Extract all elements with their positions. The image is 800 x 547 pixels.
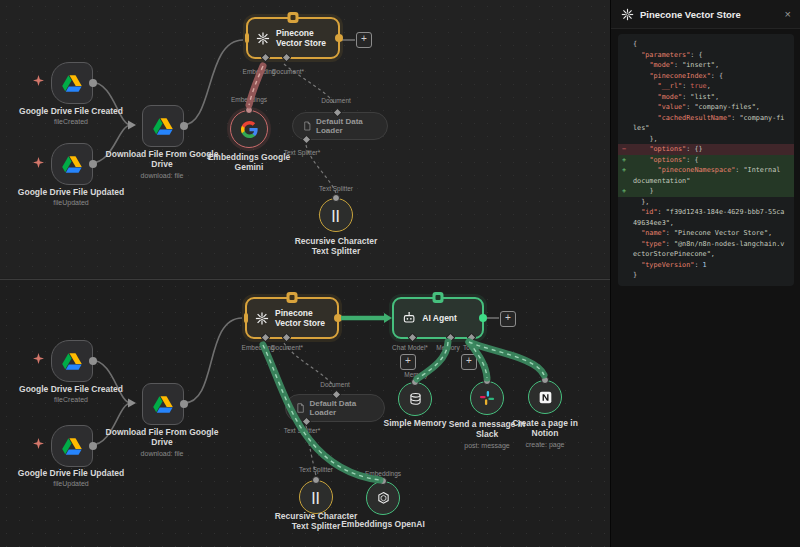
google-drive-icon: [61, 155, 83, 174]
code-block: { "parameters": { "mode": "insert", "pin…: [618, 34, 794, 286]
node-download-file-top[interactable]: [142, 105, 184, 147]
add-chat-model-button[interactable]: +: [400, 354, 416, 370]
node-label: Google Drive File Created fileCreated: [16, 384, 126, 405]
code-line: + "pineconeNamespace": "Internal documen…: [618, 165, 794, 186]
add-node-button[interactable]: +: [356, 32, 372, 48]
node-title: Default Data Loader: [316, 117, 377, 135]
top-connector[interactable]: [483, 377, 491, 385]
output-connector[interactable]: [89, 442, 97, 450]
node-recursive-text-splitter-top[interactable]: ||: [319, 198, 353, 232]
code-line: "mode": "insert",: [618, 60, 794, 71]
workflow-canvas[interactable]: Google Drive File Created fileCreated Go…: [0, 0, 610, 547]
notion-icon: [538, 390, 553, 405]
node-google-drive-file-updated-top[interactable]: [51, 143, 93, 185]
node-google-drive-file-created-top[interactable]: [51, 62, 93, 104]
google-g-icon: [241, 121, 258, 138]
pinecone-icon: [255, 311, 269, 326]
n8n-workflow-editor: Google Drive File Created fileCreated Go…: [0, 0, 800, 547]
node-pinecone-vector-store-top[interactable]: Pinecone Vector Store: [246, 17, 340, 59]
panel-header: Pinecone Vector Store ×: [611, 0, 800, 29]
code-line: "value": "company-files",: [618, 102, 794, 113]
node-google-drive-file-created-bottom[interactable]: [51, 340, 93, 382]
node-simple-memory[interactable]: [398, 382, 432, 416]
top-connector[interactable]: [411, 378, 419, 386]
trigger-bolt-icon: [33, 353, 44, 364]
node-details-panel: Pinecone Vector Store × { "parameters": …: [610, 0, 800, 547]
node-slack[interactable]: [470, 381, 504, 415]
node-label: Create a page in Notion create: page: [505, 418, 585, 449]
code-line: "typeVersion": 1: [618, 260, 794, 271]
node-default-data-loader-bottom[interactable]: Default Data Loader: [285, 394, 385, 422]
pinecone-icon: [256, 31, 270, 46]
connector-label: Memory: [394, 371, 438, 378]
output-connector[interactable]: [89, 79, 97, 87]
node-label: Google Drive File Created fileCreated: [16, 106, 126, 127]
close-icon[interactable]: ×: [785, 8, 791, 20]
node-recursive-text-splitter-bottom[interactable]: ||: [299, 480, 333, 514]
document-icon: [303, 120, 311, 132]
pinecone-icon: [621, 8, 634, 21]
split-bars-icon: ||: [312, 490, 321, 504]
document-icon: [296, 402, 305, 414]
google-drive-icon: [61, 352, 83, 371]
node-title: Pinecone Vector Store: [275, 308, 329, 328]
connector-label: Document*: [261, 344, 313, 351]
node-label: Download File From Google Drive download…: [102, 427, 222, 458]
node-label: Google Drive File Updated fileUpdated: [16, 187, 126, 208]
connector-label: Chat Model*: [384, 344, 436, 351]
node-title: AI Agent: [422, 313, 474, 323]
output-connector[interactable]: [89, 160, 97, 168]
code-line: "mode": "list",: [618, 92, 794, 103]
code-line: "id": "f39d1243-184e-4629-bbb7-55ca49634…: [618, 207, 794, 228]
input-connector[interactable]: [245, 33, 249, 43]
add-node-button[interactable]: +: [500, 311, 516, 327]
node-google-drive-file-updated-bottom[interactable]: [51, 425, 93, 467]
code-line: "cachedResultName": "company-files": [618, 113, 794, 134]
node-notion[interactable]: [528, 380, 562, 414]
split-bars-icon: ||: [332, 208, 341, 222]
output-connector[interactable]: [334, 314, 342, 322]
pin-badge: [287, 292, 298, 303]
node-pinecone-vector-store-bottom[interactable]: Pinecone Vector Store: [245, 297, 339, 339]
output-connector[interactable]: [180, 400, 188, 408]
code-line: }: [618, 270, 794, 281]
google-drive-icon: [152, 395, 174, 414]
top-connector[interactable]: [245, 106, 253, 114]
node-embeddings-openai[interactable]: [366, 481, 400, 515]
connector-label: Text Splitter*: [272, 427, 332, 434]
pin-badge: [288, 12, 299, 23]
code-line: },: [618, 197, 794, 208]
output-connector[interactable]: [89, 357, 97, 365]
top-connector[interactable]: [379, 477, 387, 485]
node-ai-agent[interactable]: AI Agent: [392, 297, 484, 339]
input-connector[interactable]: [244, 313, 248, 323]
connector-label: Embeddings: [353, 470, 413, 477]
connector-label: Document: [306, 97, 366, 104]
output-connector[interactable]: [479, 314, 487, 322]
connector-label: Text Splitter: [286, 466, 346, 473]
top-connector[interactable]: [541, 376, 549, 384]
output-connector[interactable]: [335, 34, 343, 42]
pin-badge: [433, 292, 444, 303]
output-connector[interactable]: [180, 122, 188, 130]
add-tool-button[interactable]: +: [461, 354, 477, 370]
trigger-bolt-icon: [33, 157, 44, 168]
google-drive-icon: [152, 117, 174, 136]
trigger-bolt-icon: [33, 438, 44, 449]
node-title: Default Data Loader: [310, 399, 374, 417]
top-connector[interactable]: [332, 194, 340, 202]
connector-label: Text Splitter: [306, 185, 366, 192]
top-connector[interactable]: [312, 476, 320, 484]
node-default-data-loader-top[interactable]: Default Data Loader: [292, 112, 388, 140]
node-download-file-bottom[interactable]: [142, 383, 184, 425]
slack-icon: [479, 390, 495, 406]
code-line: },: [618, 134, 794, 145]
trigger-bolt-icon: [33, 75, 44, 86]
robot-icon: [402, 310, 416, 326]
node-embeddings-google-gemini[interactable]: [230, 110, 268, 148]
node-label: Recursive Character Text Splitter: [288, 236, 384, 257]
code-line: "type": "@n8n/n8n-nodes-langchain.vector…: [618, 239, 794, 260]
code-line: + "options": {: [618, 155, 794, 166]
google-drive-icon: [61, 437, 83, 456]
connector-label: Tool: [457, 344, 481, 351]
